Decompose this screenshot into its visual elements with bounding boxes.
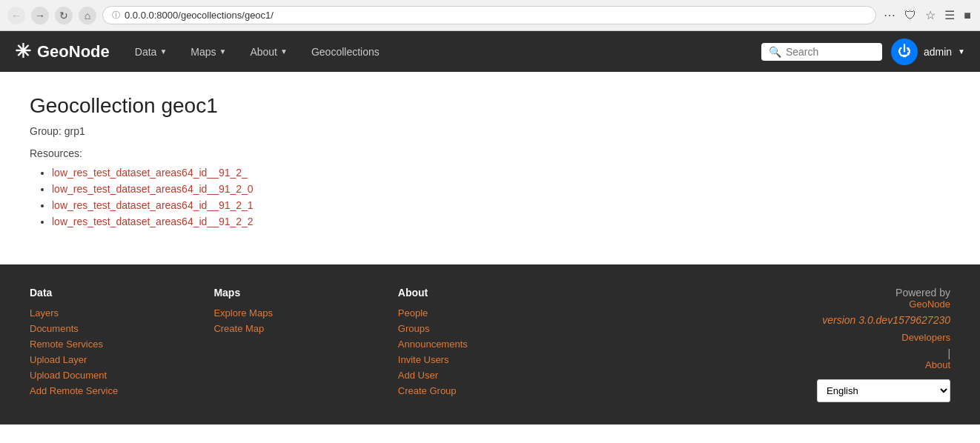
- url-text: 0.0.0.0:8000/geocollections/geoc1/: [125, 10, 274, 21]
- footer-maps-col: Maps Explore MapsCreate Map: [213, 287, 397, 402]
- main-content: Geocollection geoc1 Group: grp1 Resource…: [0, 72, 980, 264]
- reload-button[interactable]: ↻: [55, 7, 73, 24]
- group-info: Group: grp1: [30, 125, 950, 137]
- footer-data-heading: Data: [30, 287, 213, 299]
- resource-link[interactable]: low_res_test_dataset_areas64_id__91_2_: [52, 167, 248, 179]
- logo-text: GeoNode: [37, 42, 110, 61]
- footer-data-link[interactable]: Layers: [30, 307, 213, 319]
- nav-data-chevron: ▼: [159, 47, 167, 56]
- nav-geocollections-label: Geocollections: [311, 46, 380, 58]
- footer-right: Powered by GeoNode version 3.0.dev157962…: [582, 287, 950, 402]
- browser-chrome: ← → ↻ ⌂ ⓘ 0.0.0.0:8000/geocollections/ge…: [0, 0, 980, 31]
- nav-data-label: Data: [135, 46, 157, 58]
- footer-powered: Powered by GeoNode version 3.0.dev157962…: [582, 287, 950, 326]
- footer-data-link[interactable]: Documents: [30, 323, 213, 334]
- nav-maps-chevron: ▼: [219, 47, 227, 56]
- resource-link[interactable]: low_res_test_dataset_areas64_id__91_2_1: [52, 199, 254, 211]
- bookmark-button[interactable]: ☆: [924, 7, 937, 24]
- nav-menu: Data ▼ Maps ▼ About ▼ Geocollections: [125, 31, 761, 72]
- more-options-button[interactable]: ⋯: [882, 7, 897, 24]
- nav-maps[interactable]: Maps ▼: [180, 31, 236, 72]
- list-item: low_res_test_dataset_areas64_id__91_2_: [52, 167, 950, 179]
- resources-label: Resources:: [30, 147, 950, 159]
- nav-maps-label: Maps: [191, 46, 216, 58]
- group-label: Group:: [30, 125, 62, 137]
- resource-link[interactable]: low_res_test_dataset_areas64_id__91_2_0: [52, 183, 254, 195]
- pipe-separator: |: [947, 347, 950, 359]
- version-text: version 3.0.dev1579627230: [822, 314, 950, 326]
- footer-data-link[interactable]: Add Remote Service: [30, 385, 213, 396]
- footer-data-link[interactable]: Remote Services: [30, 339, 213, 350]
- footer: Data LayersDocumentsRemote ServicesUploa…: [0, 264, 980, 424]
- list-item: low_res_test_dataset_areas64_id__91_2_0: [52, 183, 950, 195]
- search-input[interactable]: [786, 46, 875, 58]
- back-button[interactable]: ←: [7, 7, 25, 24]
- nav-about[interactable]: About ▼: [239, 31, 298, 72]
- footer-about-link[interactable]: Create Group: [398, 385, 582, 396]
- lock-icon: ⓘ: [112, 10, 120, 21]
- library-button[interactable]: ☰: [943, 7, 956, 24]
- reader-mode-button[interactable]: 🛡: [903, 7, 918, 24]
- footer-data-col: Data LayersDocumentsRemote ServicesUploa…: [30, 287, 213, 402]
- footer-data-link[interactable]: Upload Layer: [30, 354, 213, 365]
- user-dropdown-chevron: ▼: [958, 47, 965, 56]
- footer-maps-heading: Maps: [213, 287, 397, 299]
- user-menu[interactable]: ⏻ admin ▼: [891, 39, 965, 65]
- footer-maps-link[interactable]: Create Map: [213, 323, 397, 334]
- footer-about-link[interactable]: Announcements: [398, 339, 582, 350]
- footer-maps-link[interactable]: Explore Maps: [213, 307, 397, 319]
- address-bar[interactable]: ⓘ 0.0.0.0:8000/geocollections/geoc1/: [102, 6, 876, 24]
- geonode-link[interactable]: GeoNode: [582, 299, 950, 310]
- footer-about-link[interactable]: Groups: [398, 323, 582, 334]
- footer-meta-links: Developers | About: [582, 332, 950, 370]
- about-link[interactable]: About: [582, 359, 950, 370]
- page-title: Geocollection geoc1: [30, 94, 950, 118]
- resources-list: low_res_test_dataset_areas64_id__91_2_lo…: [30, 167, 950, 227]
- footer-about-link[interactable]: Add User: [398, 370, 582, 381]
- username-label: admin: [924, 46, 952, 58]
- nav-geocollections[interactable]: Geocollections: [301, 31, 390, 72]
- power-icon: ⏻: [898, 44, 911, 59]
- list-item: low_res_test_dataset_areas64_id__91_2_2: [52, 216, 950, 227]
- footer-about-link[interactable]: People: [398, 307, 582, 319]
- footer-data-link[interactable]: Upload Document: [30, 370, 213, 381]
- nav-data[interactable]: Data ▼: [125, 31, 177, 72]
- footer-about-col: About PeopleGroupsAnnouncementsInvite Us…: [398, 287, 582, 402]
- user-avatar: ⏻: [891, 39, 918, 65]
- logo-link[interactable]: ✳ GeoNode: [15, 40, 110, 63]
- home-button[interactable]: ⌂: [79, 7, 96, 24]
- nav-about-label: About: [250, 46, 277, 58]
- forward-button[interactable]: →: [31, 7, 49, 24]
- footer-about-heading: About: [398, 287, 582, 299]
- powered-by-prefix: Powered by: [895, 287, 950, 299]
- search-box[interactable]: 🔍: [761, 43, 882, 61]
- nav-about-chevron: ▼: [280, 47, 288, 56]
- language-select[interactable]: English: [817, 379, 950, 402]
- navbar: ✳ GeoNode Data ▼ Maps ▼ About ▼ Geocolle…: [0, 31, 980, 72]
- developers-link[interactable]: Developers: [582, 332, 950, 343]
- sidebar-button[interactable]: ■: [962, 7, 973, 24]
- resource-link[interactable]: low_res_test_dataset_areas64_id__91_2_2: [52, 216, 254, 227]
- snowflake-icon: ✳: [15, 40, 31, 63]
- search-icon: 🔍: [769, 46, 781, 58]
- list-item: low_res_test_dataset_areas64_id__91_2_1: [52, 199, 950, 211]
- browser-right-icons: ⋯ 🛡 ☆ ☰ ■: [882, 7, 973, 24]
- footer-about-link[interactable]: Invite Users: [398, 354, 582, 365]
- group-value: grp1: [64, 125, 85, 137]
